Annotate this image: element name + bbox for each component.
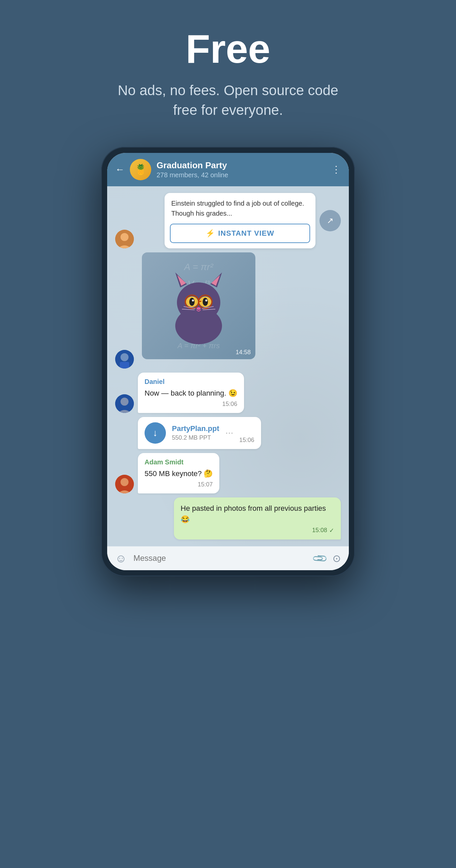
file-name: PartyPlan.ppt: [172, 424, 219, 433]
lightning-icon: ⚡: [206, 229, 215, 238]
adam-meta: 15:07: [145, 481, 213, 488]
svg-point-1: [121, 233, 128, 241]
instant-view-button[interactable]: ⚡ INSTANT VIEW: [170, 224, 310, 243]
adam-avatar: [115, 475, 134, 493]
chat-group-avatar: 🍍: [130, 159, 151, 180]
input-bar: ☺ 📎 ⊙: [107, 546, 349, 570]
download-icon: ↓: [153, 428, 158, 438]
svg-rect-24: [120, 362, 129, 369]
file-meta: 15:06: [239, 437, 254, 444]
svg-point-26: [121, 398, 128, 406]
daniel-time: 15:06: [222, 401, 237, 408]
chat-header: ← 🍍 Graduation Party 278 members, 42 onl…: [107, 153, 349, 186]
sender-avatar-boy1: [115, 350, 134, 369]
phone-mockup: ← 🍍 Graduation Party 278 members, 42 onl…: [101, 147, 355, 576]
more-options-button[interactable]: ⋮: [332, 164, 341, 175]
share-icon: ↗: [327, 216, 333, 225]
back-button[interactable]: ←: [115, 164, 124, 175]
daniel-avatar: [115, 394, 134, 413]
own-bubble: He pasted in photos from all previous pa…: [174, 497, 341, 539]
check-icon: ✓: [329, 527, 334, 534]
hero-title: Free: [186, 27, 270, 71]
adam-bubble: Adam Smidt 550 MB keynote? 🤔 15:07: [138, 453, 219, 493]
instant-view-label: INSTANT VIEW: [218, 229, 274, 238]
cat-sticker: [165, 266, 232, 346]
svg-point-11: [203, 298, 208, 306]
share-button[interactable]: ↗: [320, 210, 341, 231]
messages-area: Einstein struggled to find a job out of …: [107, 186, 349, 546]
daniel-bubble: Daniel Now — back to planning. 😉 15:06: [138, 373, 244, 413]
chat-info: Graduation Party 278 members, 42 online: [157, 160, 326, 179]
adam-text: 550 MB keynote? 🤔: [145, 468, 213, 479]
svg-point-13: [205, 300, 207, 302]
emoji-button[interactable]: ☺: [115, 552, 127, 565]
own-text: He pasted in photos from all previous pa…: [181, 503, 334, 525]
daniel-name: Daniel: [145, 378, 237, 385]
daniel-message-row: Daniel Now — back to planning. 😉 15:06: [115, 373, 244, 413]
adam-name: Adam Smidt: [145, 458, 213, 466]
svg-point-28: [121, 478, 128, 486]
own-message-container: He pasted in photos from all previous pa…: [174, 497, 341, 539]
phone-screen: ← 🍍 Graduation Party 278 members, 42 onl…: [107, 153, 349, 570]
file-time: 15:06: [239, 437, 254, 444]
article-message-row: Einstein struggled to find a job out of …: [115, 193, 341, 248]
sticker-time: 14:58: [236, 349, 251, 356]
file-info: PartyPlan.ppt 550.2 MB PPT: [172, 424, 219, 441]
svg-point-10: [189, 298, 194, 306]
article-bubble: Einstein struggled to find a job out of …: [164, 193, 315, 248]
page-container: Free No ads, no fees. Open source code f…: [0, 0, 456, 868]
chat-name: Graduation Party: [157, 160, 326, 170]
sticker-box: A = πr² V = l³ P = 2πr A = πr² s = √(r² …: [142, 252, 255, 359]
chat-status: 278 members, 42 online: [157, 171, 326, 179]
hero-subtitle: No ads, no fees. Open source code free f…: [111, 81, 345, 120]
svg-line-17: [199, 301, 201, 302]
daniel-meta: 15:06: [145, 401, 237, 408]
svg-point-14: [196, 307, 201, 310]
own-meta: 15:08 ✓: [181, 527, 334, 534]
adam-time: 15:07: [197, 481, 213, 488]
download-button[interactable]: ↓: [145, 422, 166, 444]
article-text: Einstein struggled to find a job out of …: [164, 193, 315, 224]
daniel-text: Now — back to planning. 😉: [145, 388, 237, 399]
file-more-button[interactable]: ⋯: [225, 428, 233, 438]
svg-point-12: [192, 300, 194, 302]
camera-button[interactable]: ⊙: [333, 553, 341, 564]
attach-button[interactable]: 📎: [311, 550, 328, 567]
file-message-row: ↓ PartyPlan.ppt 550.2 MB PPT ⋯ 15:06: [115, 417, 261, 449]
own-time: 15:08: [312, 527, 327, 534]
adam-message-row: Adam Smidt 550 MB keynote? 🤔 15:07: [115, 453, 219, 493]
sender-avatar-girl: [115, 230, 134, 248]
file-bubble: ↓ PartyPlan.ppt 550.2 MB PPT ⋯ 15:06: [138, 417, 261, 449]
svg-point-23: [121, 353, 128, 361]
message-input[interactable]: [133, 554, 307, 563]
file-size: 550.2 MB PPT: [172, 434, 219, 441]
sticker-message: A = πr² V = l³ P = 2πr A = πr² s = √(r² …: [142, 252, 255, 359]
